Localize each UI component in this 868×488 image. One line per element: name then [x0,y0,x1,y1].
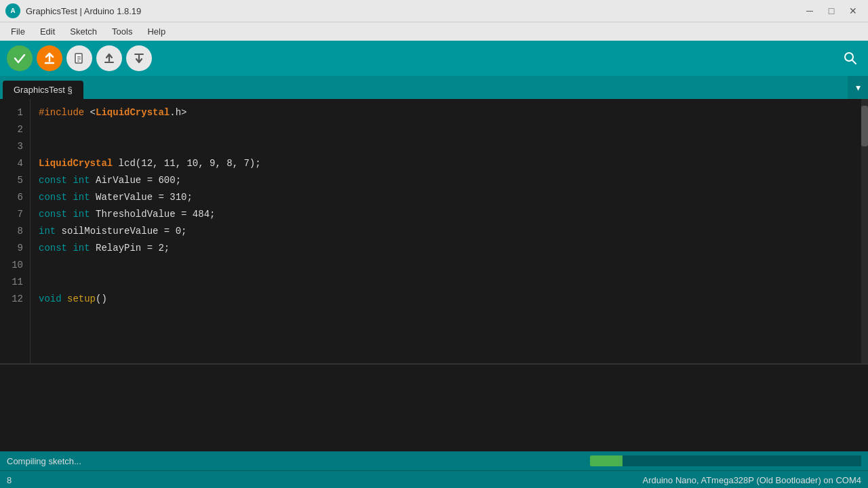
close-button[interactable]: ✕ [844,3,863,18]
search-button[interactable] [840,47,861,69]
toolbar [0,41,868,76]
checkmark-icon [13,52,26,65]
code-line-7-const: const [39,209,67,220]
progress-bar-fill [590,455,623,466]
minimize-button[interactable]: ─ [800,3,819,18]
menubar: File Edit Sketch Tools Help [0,22,868,41]
editor-scrollbar[interactable] [861,99,868,363]
board-info: Arduino Nano, ATmega328P (Old Bootloader… [642,475,861,485]
save-icon [132,52,146,65]
svg-rect-1 [75,54,82,63]
verify-button[interactable] [7,45,33,71]
code-line-12-void: void [39,293,62,304]
code-line-1-include: #include [39,107,84,118]
new-file-icon [73,52,85,64]
upload-icon [43,52,56,65]
progress-bar-container [590,455,861,466]
open-icon [102,52,116,65]
code-line-5-const: const [39,175,67,186]
save-button[interactable] [126,45,152,71]
svg-line-8 [852,60,856,64]
upload-button[interactable] [37,45,62,71]
open-button[interactable] [96,45,122,71]
scrollbar-thumb[interactable] [861,106,868,146]
code-line-9-const: const [39,243,67,253]
code-content[interactable]: #include <LiquidCrystal.h> LiquidCrystal… [31,99,861,363]
search-icon [843,51,858,66]
compile-statusbar: Compiling sketch... [0,451,868,470]
window-controls: ─ □ ✕ [800,3,863,18]
line-number-indicator: 8 [7,475,12,485]
menu-tools[interactable]: Tools [105,25,139,38]
window-title: GraphicsTest | Arduino 1.8.19 [26,6,141,16]
statusbar: 8 Arduino Nano, ATmega328P (Old Bootload… [0,470,868,488]
code-editor: 1 2 3 4 5 6 7 8 9 10 11 12 #include <Liq… [0,99,868,363]
toolbar-left [7,45,152,71]
code-line-4: LiquidCrystal [39,158,113,169]
titlebar-left: A GraphicsTest | Arduino 1.8.19 [5,3,141,18]
menu-help[interactable]: Help [140,25,172,38]
console-area [0,363,868,451]
code-line-8-int: int [39,226,56,237]
active-tab[interactable]: GraphicsTest § [3,81,83,99]
tabbar: GraphicsTest § ▾ [0,76,868,99]
arduino-logo: A [5,3,20,18]
maximize-button[interactable]: □ [822,3,841,18]
line-numbers: 1 2 3 4 5 6 7 8 9 10 11 12 [0,99,31,363]
titlebar: A GraphicsTest | Arduino 1.8.19 ─ □ ✕ [0,0,868,22]
menu-sketch[interactable]: Sketch [63,25,104,38]
tab-dropdown-button[interactable]: ▾ [848,76,868,99]
new-button[interactable] [66,45,92,71]
menu-edit[interactable]: Edit [33,25,62,38]
code-line-6-const: const [39,192,67,203]
compile-status-text: Compiling sketch... [7,456,81,466]
menu-file[interactable]: File [4,25,32,38]
